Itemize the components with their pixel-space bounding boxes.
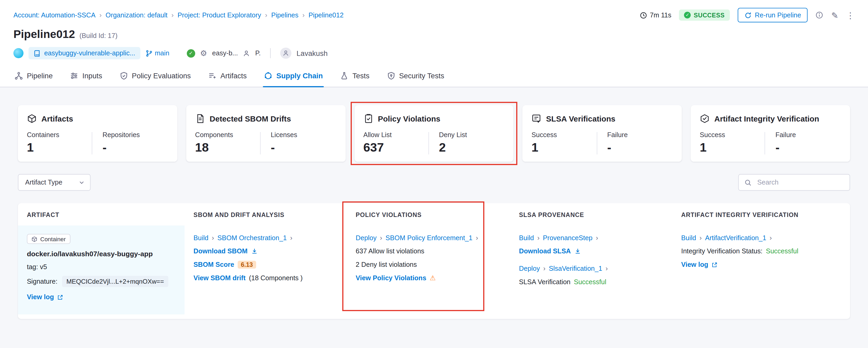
step-separator: › [290,234,292,242]
slsa-verification-step-link[interactable]: SlsaVerification_1 [549,265,602,272]
search-input[interactable] [756,178,844,187]
artifact-type-select[interactable]: Artifact Type [18,174,91,191]
breadcrumb-pipelines[interactable]: Pipelines [271,11,298,19]
integrity-status-value: Successful [766,247,798,255]
clipboard-check-icon [363,114,373,124]
tab-pipeline[interactable]: Pipeline [13,66,54,87]
step-separator: › [700,234,702,242]
card-title: Artifacts [41,114,73,123]
status-text: SUCCESS [694,12,725,19]
breadcrumb-project[interactable]: Project: Product Exploratory [178,11,261,19]
user-avatar [280,48,291,59]
success-check-icon: ✓ [684,12,691,19]
cube-check-icon [700,114,710,124]
provenance-step-link[interactable]: ProvenanceStep [543,234,592,242]
divider [270,48,271,58]
integrity-view-log-link[interactable]: View log [681,261,708,269]
tab-label: Tests [352,72,369,80]
metric-value: - [776,141,841,154]
metric-value: - [271,141,336,154]
artifact-image-name: docker.io/lavakush07/easy-buggy-app [27,250,176,258]
tab-security-tests[interactable]: Security Tests [386,66,445,87]
metric-label: Licenses [271,131,336,139]
user-name: Lavakush [297,49,328,57]
card-title: Detected SBOM Drifts [210,114,291,123]
info-icon[interactable] [815,11,824,19]
branch-link[interactable]: main [145,49,169,57]
metric-label: Failure [776,131,841,139]
edit-pencil-icon[interactable]: ✎ [831,11,838,19]
metric-label: Components [195,131,260,139]
card-artifacts: Artifacts Containers1 Repositories- [18,105,177,162]
trigger-short: P. [255,49,261,57]
slsa-build-stage-link[interactable]: Build [519,234,534,242]
pipeline-icon [14,72,23,80]
tab-policy-evaluations[interactable]: Policy Evaluations [118,66,192,87]
download-slsa-link[interactable]: Download SLSA [519,247,571,255]
card-slsa-verifications: SLSA Verifications Success1 Failure- [523,105,682,162]
policy-step-link[interactable]: SBOM Policy Enforcement_1 [385,234,472,242]
step-separator: › [770,234,772,242]
supply-chain-icon [264,72,273,80]
tab-supply-chain[interactable]: Supply Chain [263,66,324,87]
card-policy-violations: Policy Violations Allow List637 Deny Lis… [354,105,514,162]
breadcrumb-organization[interactable]: Organization: default [106,11,167,19]
build-id: (Build Id: 17) [80,32,118,40]
column-header-policy: POLICY VIOLATIONS [347,203,510,226]
tab-inputs[interactable]: Inputs [69,66,103,87]
integrity-status-label: Integrity Verification Status: [681,247,763,255]
sliders-icon [70,72,79,80]
step-separator: › [212,234,214,242]
metric-value: 2 [439,141,504,154]
view-sbom-drift-link[interactable]: View SBOM drift [193,274,246,282]
tab-artifacts[interactable]: Artifacts [207,66,248,87]
top-header: Account: Automation-SSCA › Organization:… [0,0,868,87]
git-branch-icon [145,50,153,57]
policy-stage-link[interactable]: Deploy [356,234,377,242]
metric-label: Containers [27,131,92,139]
integrity-stage-link[interactable]: Build [681,234,696,242]
card-artifact-integrity: Artifact Integrity Verification Success1… [691,105,850,162]
tab-label: Pipeline [27,72,53,80]
download-sbom-link[interactable]: Download SBOM [193,247,247,255]
card-title: Policy Violations [378,114,440,123]
repository-pill[interactable]: easybuggy-vulnerable-applic... [28,47,140,59]
metric-value: 1 [700,141,765,154]
step-separator: › [596,234,598,242]
artifact-tag: tag: v5 [27,263,176,271]
trigger-user-icon [243,50,250,57]
signature-label: Signature: [27,278,57,286]
sbom-score-link[interactable]: SBOM Score [193,261,234,269]
page: Account: Automation-SSCA › Organization:… [0,0,868,348]
header-actions: 7m 11s ✓ SUCCESS Re-run Pipeline ✎ ⋮ [640,8,855,22]
step-separator: › [476,234,478,242]
tab-tests[interactable]: Tests [339,66,371,87]
metric-label: Repositories [102,131,167,139]
sbom-step-link[interactable]: SBOM Orchestration_1 [217,234,287,242]
artifact-view-log-link[interactable]: View log [27,293,54,301]
cell-sbom: Build › SBOM Orchestration_1 › Download … [184,226,346,315]
cell-slsa-provenance: Build › ProvenanceStep › Download SLSA D… [510,226,672,315]
integrity-step-link[interactable]: ArtifactVerification_1 [705,234,766,242]
repo-name: easybuggy-vulnerable-applic... [44,49,135,57]
breadcrumb-separator: › [99,11,101,19]
sbom-stage-link[interactable]: Build [193,234,209,242]
slsa-deploy-stage-link[interactable]: Deploy [519,265,540,272]
kebab-menu-icon[interactable]: ⋮ [846,11,855,19]
rerun-pipeline-button[interactable]: Re-run Pipeline [738,8,808,22]
status-badge: ✓ SUCCESS [679,9,730,21]
tab-bar: Pipeline Inputs Policy Evaluations Artif… [0,66,868,87]
breadcrumb-separator: › [265,11,267,19]
metric-value: - [102,141,167,154]
table-row: Container docker.io/lavakush07/easy-bugg… [18,226,850,315]
deny-list-violations: 2 Deny list violations [356,261,501,269]
view-policy-violations-link[interactable]: View Policy Violations [356,274,426,282]
breadcrumb-pipeline012[interactable]: Pipeline012 [309,11,344,19]
breadcrumb-account[interactable]: Account: Automation-SSCA [13,11,95,19]
slsa-verification-label: SLSA Verification [519,278,570,286]
shield-icon [387,72,395,80]
column-header-artifact: ARTIFACT [18,203,184,226]
warning-icon: ⚠ [430,275,436,281]
column-header-sbom: SBOM AND DRIFT ANALYSIS [184,203,346,226]
step-separator: › [380,234,382,242]
